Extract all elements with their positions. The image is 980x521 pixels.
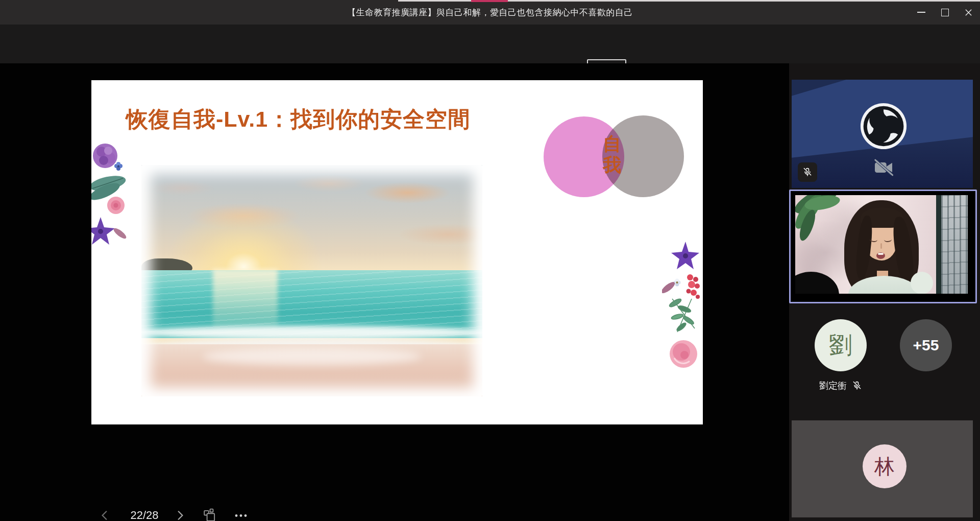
slide-grid-view-button[interactable] [202,508,217,521]
shared-content-stage: 恢復自我-Lv.1：找到你的安全空間 自我 [0,63,789,521]
red-berries [687,274,700,299]
muted-mic-badge [798,162,817,182]
participant-avatar-liu[interactable]: 劉 [815,319,867,371]
slide-title: 恢復自我-Lv.1：找到你的安全空間 [126,105,470,134]
maximize-button[interactable] [933,0,957,25]
close-icon [964,8,973,17]
teams-meeting-window: 【生命教育推廣講座】與自己和解，愛自己也包含接納心中不喜歡的自己 02:00:2… [0,0,980,521]
white-blossom [673,278,680,286]
chevron-right-icon [175,510,186,521]
slide-page-indicator: 22/28 [124,509,165,521]
banana-leaf [91,173,127,203]
pink-rose [670,340,697,368]
mic-off-icon [852,381,862,391]
chevron-left-icon [99,510,110,521]
more-icon [234,513,248,518]
window-frame [936,195,968,294]
previous-slide-button[interactable] [97,508,112,521]
speaker-webcam-video [795,195,968,294]
next-slide-button[interactable] [173,508,188,521]
mic-off-icon [802,167,813,177]
participant-name: 劉定衝 [819,380,847,392]
grid-view-icon [203,508,217,521]
participant-name-row: 劉定衝 [800,379,881,392]
overflow-count: +55 [913,337,939,354]
window-controls [910,0,980,25]
avatar-initial: 林 [874,453,895,481]
avatar-initial: 劉 [829,329,852,361]
mauve-leaf [662,280,676,295]
purple-star-flower [91,217,115,245]
meeting-toolbar: 02:00:25 取得控制權 [0,25,980,63]
green-sprigs [668,298,695,333]
speaker-mouth [876,252,885,259]
obs-logo-icon [859,102,908,151]
meeting-title: 【生命教育推廣講座】與自己和解，愛自己也包含接納心中不喜歡的自己 [0,0,980,25]
speaker-sleeve [911,272,933,294]
presentation-slide: 恢復自我-Lv.1：找到你的安全空間 自我 [91,80,703,424]
venn-label: 自我 [601,133,623,175]
maximize-icon [941,9,949,16]
purple-star-flower [671,242,699,269]
video-tile-active-speaker[interactable] [789,190,977,303]
pink-rose [107,197,125,214]
video-tile-lin[interactable]: 林 [792,420,973,517]
purple-peony [93,144,117,168]
participants-video-panel: 劉 +55 劉定衝 林 [789,63,980,521]
mauve-leaf [112,226,128,240]
close-button[interactable] [957,0,980,25]
overflow-participants-avatar[interactable]: +55 [900,319,952,371]
participant-avatar-lin: 林 [863,444,906,488]
window-building-view [941,195,968,294]
beach-sunset-photo [141,165,482,396]
window-titlebar: 【生命教育推廣講座】與自己和解，愛自己也包含接納心中不喜歡的自己 [0,0,980,25]
minimize-icon [917,12,925,13]
slide-more-options-button[interactable] [231,508,251,521]
speaker-teeth [878,253,884,255]
beach-soft-edge [141,165,482,396]
video-tile-obs[interactable] [792,80,973,188]
blue-flower [114,162,122,171]
watercolor-flowers-left [91,136,128,320]
minimize-button[interactable] [910,0,933,25]
camera-off-icon [873,159,894,176]
building-stripes [941,195,968,294]
watercolor-flowers-right [662,238,703,391]
speaker-nose [880,243,882,249]
